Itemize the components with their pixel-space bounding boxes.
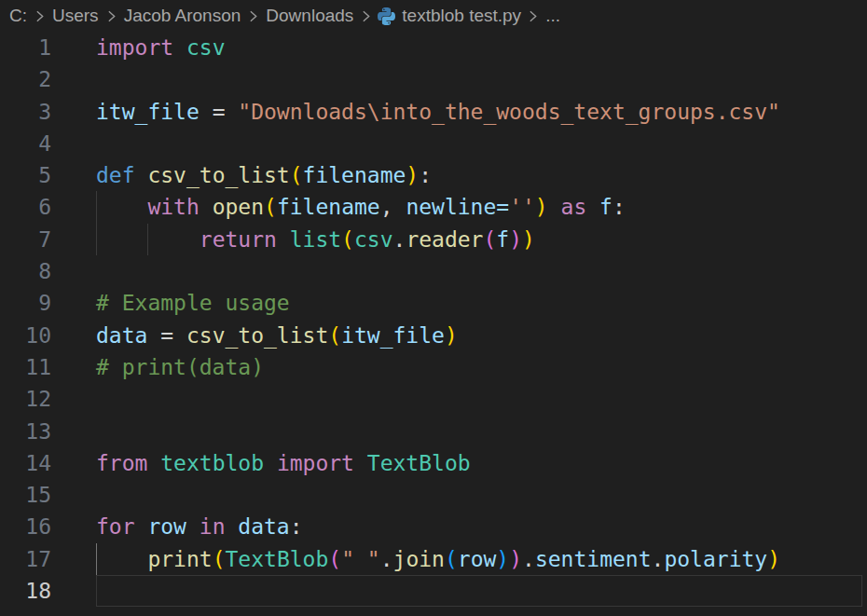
code-token: def xyxy=(96,163,147,187)
code-token: ) xyxy=(509,547,522,571)
line-number: 7 xyxy=(0,224,51,255)
line-number: 2 xyxy=(0,63,51,95)
line-code[interactable] xyxy=(96,416,862,447)
line-number: 1 xyxy=(0,32,51,63)
chevron-right-icon xyxy=(32,8,48,24)
line-number: 9 xyxy=(0,287,51,319)
breadcrumb-item-drive[interactable]: C: xyxy=(8,6,28,26)
editor[interactable]: 1import csv23itw_file = "Downloads\into_… xyxy=(0,32,867,607)
code-token: csv_to_list xyxy=(186,323,328,348)
code-line[interactable]: 9# Example usage xyxy=(0,287,867,319)
code-line[interactable]: 15 xyxy=(0,479,867,511)
line-code[interactable]: # Example usage xyxy=(96,287,862,319)
breadcrumb-item-users[interactable]: Users xyxy=(51,6,100,26)
code-token: from xyxy=(96,451,160,475)
code-token xyxy=(96,547,147,571)
code-line[interactable]: 10data = csv_to_list(itw_file) xyxy=(0,320,867,351)
code-token: f xyxy=(599,195,612,219)
code-line[interactable]: 2 xyxy=(0,63,867,95)
line-code[interactable] xyxy=(96,255,862,287)
code-token: data xyxy=(96,323,147,348)
line-number: 5 xyxy=(0,159,51,191)
code-token: csv xyxy=(354,227,393,252)
code-token: open xyxy=(213,195,264,219)
current-line[interactable] xyxy=(96,575,862,607)
code-token: ) xyxy=(522,227,535,252)
code-token xyxy=(96,195,147,219)
code-token: . xyxy=(522,547,535,571)
code-line[interactable]: 4 xyxy=(0,128,867,159)
code-token: data xyxy=(238,514,289,539)
breadcrumb-item-downloads[interactable]: Downloads xyxy=(265,6,354,26)
code-token: TextBlob xyxy=(226,547,329,571)
line-code[interactable] xyxy=(96,383,862,415)
line-code[interactable]: from textblob import TextBlob xyxy=(96,447,862,479)
code-line[interactable]: 8 xyxy=(0,255,867,287)
code-token: ( xyxy=(264,195,277,219)
code-token: with xyxy=(147,195,212,219)
line-code[interactable] xyxy=(96,479,862,511)
line-number: 4 xyxy=(0,128,51,159)
line-number: 15 xyxy=(0,479,51,511)
code-token: ( xyxy=(341,227,354,252)
code-token: ( xyxy=(290,163,303,187)
code-token: # print(data) xyxy=(96,355,264,379)
code-token: for xyxy=(96,514,147,539)
breadcrumb-overflow[interactable]: ... xyxy=(544,6,561,26)
code-token: . xyxy=(393,227,406,252)
chevron-right-icon xyxy=(358,8,374,24)
code-line[interactable]: 18 xyxy=(0,575,867,607)
line-code[interactable]: return list(csv.reader(f)) xyxy=(96,224,862,255)
code-token: ( xyxy=(483,227,496,252)
line-number: 11 xyxy=(0,351,51,383)
code-line[interactable]: 12 xyxy=(0,383,867,415)
code-token: filename xyxy=(277,195,380,219)
line-code[interactable] xyxy=(96,63,862,95)
code-line[interactable]: 17 print(TextBlob(" ".join(row)).sentime… xyxy=(0,543,867,575)
line-code[interactable]: import csv xyxy=(96,32,862,63)
code-token: filename xyxy=(303,163,406,187)
code-token: ) xyxy=(767,547,780,571)
chevron-right-icon xyxy=(525,8,541,24)
code-token: ( xyxy=(445,547,458,571)
code-token: polarity xyxy=(664,547,767,571)
code-token: "Downloads\into_the_woods_text_groups.cs… xyxy=(238,100,780,124)
line-code[interactable]: print(TextBlob(" ".join(row)).sentiment.… xyxy=(96,543,862,575)
code-line[interactable]: 14from textblob import TextBlob xyxy=(0,447,867,479)
code-token: ) xyxy=(406,163,419,187)
line-code[interactable]: for row in data: xyxy=(96,511,862,542)
code-line[interactable]: 6 with open(filename, newline='') as f: xyxy=(0,191,867,223)
code-token: . xyxy=(652,547,665,571)
code-line[interactable]: 3itw_file = "Downloads\into_the_woods_te… xyxy=(0,96,867,128)
breadcrumb-item-file[interactable]: textblob test.py xyxy=(378,6,521,26)
line-number: 3 xyxy=(0,96,51,128)
line-code[interactable]: with open(filename, newline='') as f: xyxy=(96,191,862,223)
line-code[interactable]: data = csv_to_list(itw_file) xyxy=(96,320,862,351)
code-token: print xyxy=(147,547,212,571)
code-token: reader xyxy=(406,227,483,252)
code-token: join xyxy=(393,547,445,571)
line-code[interactable] xyxy=(96,128,862,159)
code-line[interactable]: 16for row in data: xyxy=(0,511,867,542)
code-line[interactable]: 5def csv_to_list(filename): xyxy=(0,159,867,191)
breadcrumb-item-user-folder[interactable]: Jacob Aronson xyxy=(123,6,242,26)
line-code[interactable]: def csv_to_list(filename): xyxy=(96,159,862,191)
code-token: list xyxy=(290,227,341,252)
code-line[interactable]: 13 xyxy=(0,416,867,447)
line-number: 12 xyxy=(0,383,51,415)
code-token: return xyxy=(200,227,290,252)
line-code[interactable]: # print(data) xyxy=(96,351,862,383)
breadcrumb: C: Users Jacob Aronson Downloads textblo… xyxy=(0,0,867,32)
code-token: '' xyxy=(509,195,535,219)
code-token: itw_file xyxy=(341,323,445,348)
code-token: csv xyxy=(186,35,226,60)
code-line[interactable]: 1import csv xyxy=(0,32,867,63)
code-token: row xyxy=(147,514,186,539)
line-number: 8 xyxy=(0,255,51,287)
line-code[interactable]: itw_file = "Downloads\into_the_woods_tex… xyxy=(96,96,862,128)
code-line[interactable]: 7 return list(csv.reader(f)) xyxy=(0,224,867,255)
line-number: 10 xyxy=(0,320,51,351)
code-token: : xyxy=(419,163,432,187)
code-token: # Example usage xyxy=(96,291,290,315)
code-line[interactable]: 11# print(data) xyxy=(0,351,867,383)
